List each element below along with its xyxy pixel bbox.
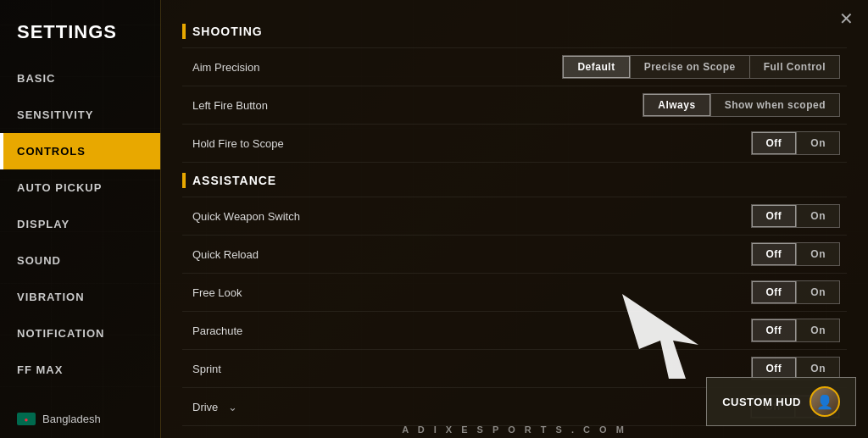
quick-weapon-controls: Off On [481,197,847,236]
custom-hud-button[interactable]: CUSTOM HUD 👤 [706,377,856,426]
quick-reload-off-btn[interactable]: Off [752,243,797,265]
parachute-toggle-group: Off On [751,319,841,342]
left-fire-always-btn[interactable]: Always [643,94,709,116]
main-content: ✕ SHOOTING Aim Precision Default Precise… [161,0,868,438]
assistance-section-header: ASSISTANCE [182,173,847,188]
sidebar-item-controls[interactable]: CONTROLS [0,133,160,169]
sidebar-item-sensitivity[interactable]: SENSITIVITY [0,97,160,133]
left-fire-toggle-group: Always Show when scoped [643,93,840,117]
table-row: Quick Reload Off On [182,236,847,274]
sprint-label: Sprint [182,350,481,388]
hold-fire-on-btn[interactable]: On [796,132,839,154]
table-row: Quick Weapon Switch Off On [182,197,847,236]
parachute-on-btn[interactable]: On [796,319,839,341]
app-container: SETTINGS BASIC SENSITIVITY CONTROLS AUTO… [0,0,868,438]
quick-reload-label: Quick Reload [182,236,481,274]
sidebar-item-basic[interactable]: BASIC [0,60,160,97]
table-row: Left Fire Button Always Show when scoped [182,86,847,125]
drive-dropdown-icon[interactable]: ⌄ [228,401,237,413]
table-row: Hold Fire to Scope Off On [182,125,847,163]
flag-icon [17,413,36,425]
free-look-controls: Off On [481,274,847,312]
aim-precision-label: Aim Precision [182,48,481,86]
settings-title: SETTINGS [0,8,160,60]
aim-precision-controls: Default Precise on Scope Full Control [481,48,847,86]
free-look-on-btn[interactable]: On [796,281,839,303]
drive-label: Drive ⌄ [182,388,481,426]
hold-fire-off-btn[interactable]: Off [752,132,797,154]
quick-reload-toggle-group: Off On [751,242,841,266]
table-row: Free Look Off On [182,274,847,312]
sidebar-item-sound[interactable]: SOUND [0,242,160,279]
quick-weapon-toggle-group: Off On [751,204,841,228]
section-bar-assistance [182,173,186,188]
parachute-off-btn[interactable]: Off [752,319,797,341]
table-row: Parachute Off On [182,312,847,350]
custom-hud-label: CUSTOM HUD [722,396,801,408]
sidebar-item-ffmax[interactable]: FF MAX [0,352,160,388]
avatar: 👤 [810,386,840,417]
quick-weapon-off-btn[interactable]: Off [752,205,797,227]
free-look-toggle-group: Off On [751,280,841,304]
table-row: Aim Precision Default Precise on Scope F… [182,48,847,86]
parachute-controls: Off On [481,312,847,350]
region-info: Bangladesh [0,400,160,438]
sidebar-item-auto-pickup[interactable]: AUTO PICKUP [0,169,160,206]
section-bar-shooting [182,24,186,39]
hold-fire-controls: Off On [481,125,847,163]
aim-precision-default-btn[interactable]: Default [563,56,629,78]
sidebar-item-display[interactable]: DISPLAY [0,206,160,242]
quick-reload-on-btn[interactable]: On [796,243,839,265]
left-fire-controls: Always Show when scoped [481,86,847,125]
free-look-off-btn[interactable]: Off [752,281,797,303]
left-fire-label: Left Fire Button [182,86,481,125]
hold-fire-label: Hold Fire to Scope [182,125,481,163]
hold-fire-toggle-group: Off On [751,131,841,155]
quick-weapon-on-btn[interactable]: On [796,205,839,227]
free-look-label: Free Look [182,274,481,312]
assistance-section-title: ASSISTANCE [192,174,276,187]
shooting-table: Aim Precision Default Precise on Scope F… [182,47,847,163]
quick-reload-controls: Off On [481,236,847,274]
aim-precision-toggle-group: Default Precise on Scope Full Control [562,55,840,79]
sidebar-item-vibration[interactable]: VIBRATION [0,279,160,315]
shooting-section-header: SHOOTING [182,24,847,39]
quick-weapon-label: Quick Weapon Switch [182,197,481,236]
shooting-section-title: SHOOTING [192,25,263,38]
parachute-label: Parachute [182,312,481,350]
close-button[interactable]: ✕ [834,7,858,30]
left-fire-scoped-btn[interactable]: Show when scoped [710,94,839,116]
sidebar-item-notification[interactable]: NOTIFICATION [0,315,160,352]
aim-precision-fullcontrol-btn[interactable]: Full Control [749,56,839,78]
sidebar: SETTINGS BASIC SENSITIVITY CONTROLS AUTO… [0,0,161,438]
watermark: A D I X E S P O R T S . C O M [402,424,627,435]
aim-precision-precise-btn[interactable]: Precise on Scope [630,56,749,78]
